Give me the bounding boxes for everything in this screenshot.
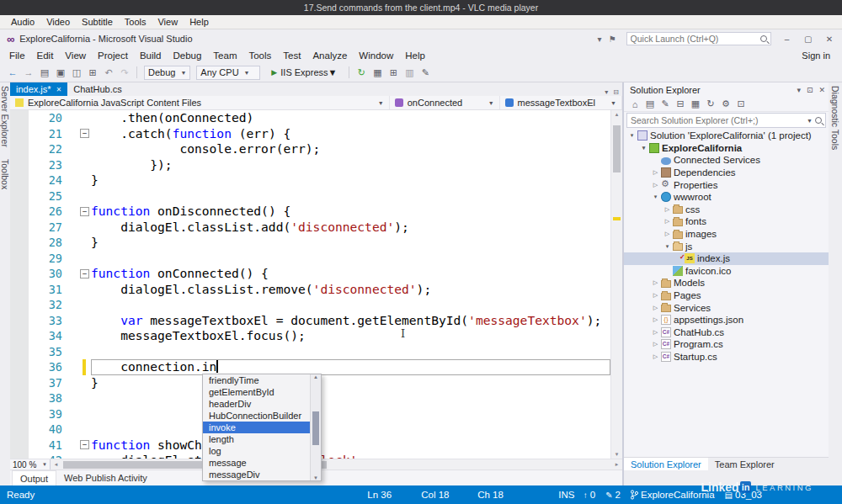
vertical-scrollbar-thumb[interactable] <box>613 125 621 172</box>
save-all-icon[interactable]: ⊞ <box>85 67 100 78</box>
expander-right-icon[interactable]: ▷ <box>651 353 660 360</box>
collapse-region-icon[interactable] <box>80 207 89 216</box>
code-text[interactable]: .then(onConnected) <box>91 110 610 126</box>
scroll-right-icon[interactable]: ▸ <box>611 461 622 468</box>
new-file-icon[interactable]: ▤ <box>37 67 52 78</box>
code-line-26[interactable]: 26function onDisconnected() { <box>10 204 610 220</box>
menu-debug[interactable]: Debug <box>167 50 207 61</box>
panel-tab-output[interactable]: Output <box>12 470 56 485</box>
solution-search-box[interactable]: ▼ <box>626 113 826 128</box>
expander-down-icon[interactable]: ▾ <box>651 194 660 200</box>
intellisense-item-length[interactable]: length <box>203 433 310 445</box>
vlc-menu-subtitle[interactable]: Subtitle <box>76 17 119 27</box>
menu-build[interactable]: Build <box>134 50 168 61</box>
code-text[interactable]: dialogEl.classList.add('disconnected'); <box>91 220 610 236</box>
close-icon[interactable]: ✕ <box>818 86 825 94</box>
menu-help[interactable]: Help <box>399 50 431 61</box>
document-tab-index-js[interactable]: index.js*✕ <box>10 82 67 96</box>
code-line-23[interactable]: 23 }); <box>10 157 610 173</box>
expander-right-icon[interactable]: ▷ <box>651 316 660 323</box>
expander-right-icon[interactable]: ▷ <box>651 329 660 336</box>
expander-right-icon[interactable]: ▷ <box>651 182 660 188</box>
breakpoint-margin[interactable] <box>10 390 29 406</box>
panel-tab-web-publish-activity[interactable]: Web Publish Activity <box>56 470 155 485</box>
tree-item-index-js[interactable]: ✓index.js <box>624 252 829 265</box>
code-text[interactable]: messageTextboxEl.focus(); <box>91 328 610 344</box>
show-all-files-icon[interactable]: ▦ <box>689 98 702 109</box>
breakpoint-margin[interactable] <box>10 172 29 188</box>
code-line-22[interactable]: 22 console.error(err); <box>10 141 610 157</box>
quick-launch-box[interactable] <box>626 32 771 45</box>
comment-icon[interactable]: ✎ <box>418 67 433 78</box>
chevron-down-icon[interactable]: ▾ <box>605 88 608 96</box>
intellisense-item-log[interactable]: log <box>203 445 310 457</box>
code-line-33[interactable]: 33 var messageTextboxEl = document.getEl… <box>10 313 610 329</box>
expander-down-icon[interactable]: ▾ <box>639 145 648 151</box>
code-line-29[interactable]: 29 <box>10 251 610 267</box>
breakpoint-margin[interactable] <box>10 110 29 126</box>
chevron-down-icon[interactable]: ▼ <box>807 118 813 124</box>
breakpoint-margin[interactable] <box>10 375 29 391</box>
expander-right-icon[interactable]: ▷ <box>663 218 672 225</box>
close-button[interactable]: ✕ <box>820 34 839 44</box>
breakpoint-margin[interactable] <box>10 141 29 157</box>
breadcrumb-messagetextboxel[interactable]: messageTextboxEl▼ <box>500 96 622 109</box>
debug-target-select[interactable]: Debug▼ <box>144 66 190 80</box>
breadcrumb-onconnected[interactable]: onConnected▼ <box>390 96 500 109</box>
code-line-24[interactable]: 24} <box>10 172 610 188</box>
breakpoint-margin[interactable] <box>10 359 29 375</box>
code-text[interactable]: connection.in <box>91 359 610 375</box>
code-text[interactable]: dialogEl.style.display = 'block'; <box>91 453 610 459</box>
breakpoint-margin[interactable] <box>10 422 29 438</box>
expander-right-icon[interactable]: ▷ <box>651 292 660 299</box>
quick-launch-input[interactable] <box>631 34 760 44</box>
tree-item-images[interactable]: ▷images <box>624 228 829 241</box>
collapse-region-icon[interactable] <box>80 269 89 279</box>
code-text[interactable]: function onDisconnected() { <box>91 204 610 220</box>
collapse-all-icon[interactable]: ⊟ <box>674 98 687 109</box>
intellisense-item-messagediv[interactable]: messageDiv <box>203 469 310 480</box>
intellisense-item-friendlytime[interactable]: friendlyTime <box>203 374 310 386</box>
breakpoint-margin[interactable] <box>10 453 29 459</box>
tree-item-startup-cs[interactable]: ▷Startup.cs <box>624 351 829 363</box>
tree-item-fonts[interactable]: ▷fonts <box>624 215 829 228</box>
code-text[interactable]: function onConnected() { <box>91 266 610 282</box>
code-line-25[interactable]: 25 <box>10 188 610 204</box>
breakpoint-margin[interactable] <box>10 266 29 282</box>
preview-icon[interactable]: ⊡ <box>734 98 748 109</box>
tree-item-favicon-ico[interactable]: favicon.ico <box>624 265 829 278</box>
code-line-20[interactable]: 20 .then(onConnected) <box>10 110 610 126</box>
undo-icon[interactable]: ↶ <box>101 67 116 78</box>
editor-zoom-select[interactable]: 100 % ▼ <box>10 459 51 470</box>
collapse-region-icon[interactable] <box>80 129 89 138</box>
tree-item-dependencies[interactable]: ▷Dependencies <box>624 167 829 179</box>
menu-analyze[interactable]: Analyze <box>306 50 353 61</box>
menu-view[interactable]: View <box>59 50 92 61</box>
nav-forward-icon[interactable]: → <box>21 67 36 77</box>
tree-item-js[interactable]: ▾js <box>624 240 829 252</box>
scroll-down-icon[interactable]: ▼ <box>311 475 321 480</box>
collapse-region-icon[interactable] <box>80 440 89 449</box>
solution-search-input[interactable] <box>631 115 804 125</box>
code-text[interactable]: console.error(err); <box>91 141 610 157</box>
breakpoint-margin[interactable] <box>10 313 29 329</box>
expander-right-icon[interactable]: ▷ <box>663 231 672 237</box>
tree-item-solution-explorecalifornia-1-project[interactable]: ▾Solution 'ExploreCalifornia' (1 project… <box>624 130 829 142</box>
maximize-button[interactable]: ▢ <box>799 34 818 44</box>
panel-tab-solution-explorer[interactable]: Solution Explorer <box>624 458 708 470</box>
code-line-31[interactable]: 31 dialogEl.classList.remove('disconnect… <box>10 282 610 298</box>
pending-changes-icon[interactable]: ✎ <box>658 98 672 109</box>
intellisense-list[interactable]: friendlyTimegetElementByIdheaderDivHubCo… <box>203 374 310 480</box>
switch-views-icon[interactable]: ▤ <box>643 98 657 109</box>
intellisense-scrollbar-thumb[interactable] <box>312 411 319 445</box>
code-text[interactable] <box>91 188 610 204</box>
find-icon[interactable]: ▥ <box>402 67 417 78</box>
menu-project[interactable]: Project <box>92 50 134 61</box>
expander-right-icon[interactable]: ▷ <box>663 206 672 213</box>
feedback-icon[interactable]: ▾ <box>594 34 605 44</box>
vlc-menu-view[interactable]: View <box>152 17 184 27</box>
tool-tab-toolbox[interactable]: Toolbox <box>0 159 10 189</box>
breakpoint-margin[interactable] <box>10 406 29 422</box>
code-text[interactable]: function showCh <box>91 438 610 454</box>
breadcrumb-explorecalifornia[interactable]: ExploreCalifornia JavaScript Content Fil… <box>10 96 390 109</box>
